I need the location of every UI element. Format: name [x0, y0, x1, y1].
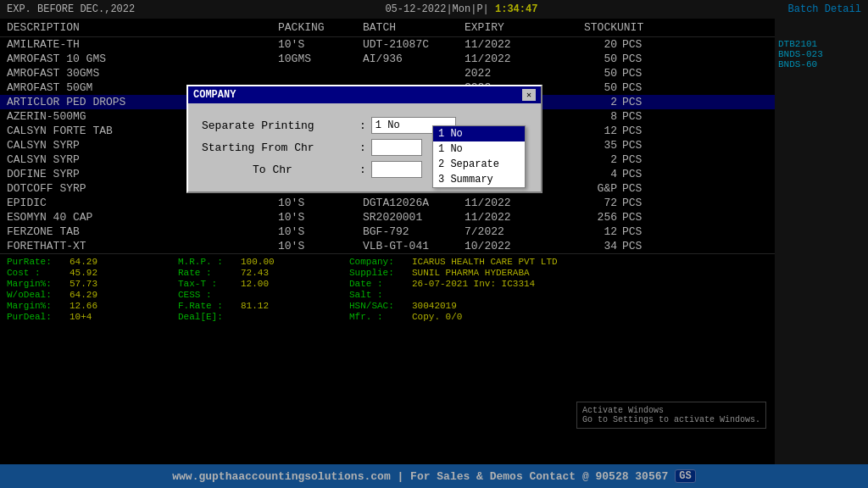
row-expiry: 11/2022	[465, 38, 549, 51]
dialog-row-start-chr: Starting From Chr :	[202, 139, 527, 156]
to-chr-input[interactable]	[371, 161, 422, 178]
row-unit: PCS	[617, 110, 659, 123]
row-unit: PCS	[617, 211, 659, 224]
sidebar-items: DTB2101BNDS-023BNDS-60	[778, 39, 865, 69]
info-row: HSN/SAC:30042019	[349, 301, 768, 311]
row-unit: PCS	[617, 153, 659, 166]
dialog-title: COMPANY	[193, 89, 236, 101]
row-stock: 50	[549, 81, 617, 94]
row-unit: PCS	[617, 81, 659, 94]
row-packing: 10'S	[278, 38, 363, 51]
row-unit: PCS	[617, 240, 659, 252]
batch-detail-label: Batch Detail	[788, 3, 861, 15]
sidebar-item-2[interactable]: BNDS-60	[778, 59, 865, 69]
row-unit: PCS	[617, 38, 659, 51]
row-stock: 20	[549, 38, 617, 51]
row-batch	[363, 67, 465, 80]
row-stock: 2	[549, 96, 617, 108]
row-stock: 256	[549, 211, 617, 224]
activate-line1: Activate Windows	[582, 406, 760, 415]
info-row: Mfr. : Copy. 0/0	[349, 312, 768, 322]
info-col-center: M.R.P. :100.00Rate :72.43Tax-T :12.00CES…	[178, 257, 348, 322]
header: EXP. BEFORE DEC.,2022 05-12-2022|Mon|P| …	[0, 0, 868, 19]
info-row: Margin%:12.66	[7, 301, 176, 311]
row-unit: PCS	[617, 67, 659, 80]
company-dialog[interactable]: COMPANY ✕ Separate Printing : 1 No 2 Sep…	[186, 85, 542, 193]
row-packing: 10'S	[278, 197, 363, 209]
row-desc: FORETHATT-XT	[7, 240, 278, 252]
table-row[interactable]: AMILRATE-TH 10'S UDT-21087C 11/2022 20 P…	[0, 37, 775, 52]
row-desc: FERZONE TAB	[7, 225, 278, 238]
info-row: PurRate:64.29	[7, 257, 176, 267]
info-row: Company:ICARUS HEALTH CARE PVT LTD	[349, 257, 768, 267]
dialog-titlebar: COMPANY ✕	[188, 86, 541, 103]
table-row[interactable]: AMROFAST 10 GMS 10GMS AI/936 11/2022 50 …	[0, 52, 775, 66]
info-row: Margin%:57.73	[7, 279, 176, 289]
dialog-row-sep-print: Separate Printing : 1 No 2 Separate 3 Su…	[202, 117, 527, 134]
table-row[interactable]: FERZONE TAB 10'S BGF-792 7/2022 12 PCS	[0, 225, 775, 239]
bottom-info-panel: PurRate:64.29Cost :45.92Margin%:57.73W/o…	[0, 253, 775, 324]
col-unit-header: UNIT	[617, 21, 659, 34]
col-stock-header: STOCK	[549, 21, 617, 34]
info-col-right: Company:ICARUS HEALTH CARE PVT LTDSuppli…	[349, 257, 768, 322]
row-batch: SR2020001	[363, 211, 465, 224]
info-row: W/oDeal:64.29	[7, 290, 176, 300]
info-row: Cost :45.92	[7, 268, 176, 278]
row-packing: 10'S	[278, 211, 363, 224]
table-row[interactable]: FORETHATT-XT 10'S VLB-GT-041 10/2022 34 …	[0, 239, 775, 253]
info-row: Rate :72.43	[178, 268, 348, 278]
col-desc-header: DESCRIPTION	[7, 21, 278, 34]
table-row[interactable]: ESOMYN 40 CAP 10'S SR2020001 11/2022 256…	[0, 210, 775, 225]
row-stock: 50	[549, 53, 617, 65]
dialog-close-icon[interactable]: ✕	[522, 89, 536, 101]
table-row[interactable]: AMROFAST 30GMS 2022 50 PCS	[0, 66, 775, 80]
info-col-left: PurRate:64.29Cost :45.92Margin%:57.73W/o…	[7, 257, 176, 322]
header-datetime: 05-12-2022|Mon|P| 1:34:47	[385, 3, 537, 15]
info-row: F.Rate :81.12	[178, 301, 348, 311]
table-row[interactable]: EPIDIC 10'S DGTA12026A 11/2022 72 PCS	[0, 196, 775, 210]
header-title: EXP. BEFORE DEC.,2022	[7, 3, 135, 15]
row-packing: 10GMS	[278, 53, 363, 65]
row-expiry: 10/2022	[465, 240, 549, 252]
info-row: Supplie:SUNIL PHARMA HYDERABA	[349, 268, 768, 278]
dialog-start-chr-label: Starting From Chr	[202, 141, 354, 154]
row-unit: PCS	[617, 53, 659, 65]
row-expiry: 11/2022	[465, 211, 549, 224]
row-stock: 35	[549, 139, 617, 152]
row-expiry: 2022	[465, 67, 549, 80]
sidebar-item-1[interactable]: BNDS-023	[778, 49, 865, 59]
row-batch: VLB-GT-041	[363, 240, 465, 252]
info-row: Date :26-07-2021 Inv: IC3314	[349, 279, 768, 289]
row-packing: 10'S	[278, 225, 363, 238]
info-row: CESS :	[178, 290, 348, 300]
sep-print-select[interactable]: 1 No 2 Separate 3 Summary	[371, 117, 456, 134]
row-stock: 34	[549, 240, 617, 252]
row-batch: DGTA12026A	[363, 197, 465, 209]
row-desc: ESOMYN 40 CAP	[7, 211, 278, 224]
dialog-to-chr-label: To Chr	[202, 164, 354, 176]
col-expiry-header: EXPIRY	[465, 21, 549, 34]
info-row: Tax-T :12.00	[178, 279, 348, 289]
row-unit: PCS	[617, 125, 659, 137]
row-unit: PCS	[617, 225, 659, 238]
dialog-content: Separate Printing : 1 No 2 Separate 3 Su…	[188, 103, 541, 191]
column-headers: DESCRIPTION PACKING BATCH EXPIRY STOCK U…	[0, 19, 775, 37]
col-pack-header: PACKING	[278, 21, 363, 34]
row-stock: 12	[549, 225, 617, 238]
row-packing	[278, 67, 363, 80]
activate-line2: Go to Settings to activate Windows.	[582, 415, 760, 424]
right-sidebar: DTB2101BNDS-023BNDS-60	[775, 19, 868, 464]
row-expiry: 7/2022	[465, 225, 549, 238]
row-desc: AMROFAST 10 GMS	[7, 53, 278, 65]
info-row: Salt :	[349, 290, 768, 300]
activate-windows-notice: Activate Windows Go to Settings to activ…	[576, 402, 766, 429]
row-desc: AMILRATE-TH	[7, 38, 278, 51]
row-expiry: 11/2022	[465, 197, 549, 209]
sidebar-item-0[interactable]: DTB2101	[778, 39, 865, 49]
row-unit: PCS	[617, 197, 659, 209]
row-desc: AMROFAST 30GMS	[7, 67, 278, 80]
row-stock: 72	[549, 197, 617, 209]
row-batch: UDT-21087C	[363, 38, 465, 51]
row-unit: PCS	[617, 139, 659, 152]
start-chr-input[interactable]	[371, 139, 422, 156]
